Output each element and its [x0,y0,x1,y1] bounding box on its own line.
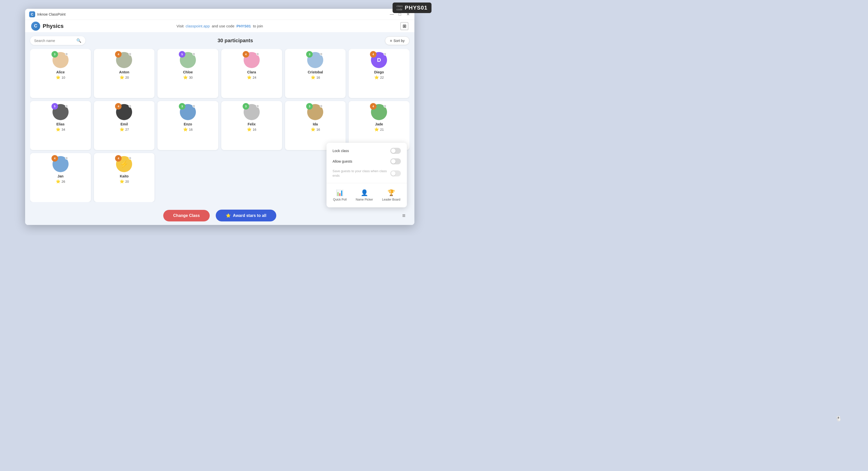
online-status [256,105,259,108]
star-icon: ⭐ [374,75,379,80]
participant-card[interactable]: 4 Emil ⭐ 27 [94,101,155,150]
visit-text: Visit [177,24,184,28]
toolbar: 🔍 30 participants ≡ Sort by [30,36,409,45]
name-picker-action[interactable]: 👤 Name Picker [352,187,376,203]
online-status [256,53,259,56]
star-count: 16 [316,76,320,80]
star-icon: ⭐ [183,127,188,132]
star-icon: ⭐ [120,75,124,80]
quick-poll-icon: 📊 [336,189,344,196]
participant-card[interactable]: 3 Alice ⭐ 10 [30,49,91,98]
avatar-wrap: ⚡ 4 [116,156,132,172]
qr-button[interactable]: ⊞ [400,22,408,30]
avatar-wrap: 3 [53,52,68,68]
avatar-wrap: 3 [307,52,323,68]
avatar-wrap: 4 [371,104,387,120]
online-status [65,156,68,159]
card-name: Alice [56,70,65,74]
card-stars: ⭐ 24 [247,75,256,80]
search-box[interactable]: 🔍 [30,36,85,45]
card-stars: ⭐ 16 [311,75,320,80]
avatar-wrap: 4 [116,52,132,68]
participant-card[interactable]: 3 Enzo ⭐ 16 [157,101,218,150]
class-icon: C [31,22,40,31]
classpoint-url[interactable]: classpoint.app [186,24,210,28]
save-guests-toggle [390,170,401,176]
sort-lines-icon: ≡ [390,39,392,43]
participant-card[interactable]: 3 Cristobal ⭐ 16 [285,49,346,98]
star-icon: ⭐ [311,75,315,80]
menu-button[interactable]: ≡ [399,211,408,220]
card-name: Chloe [183,70,193,74]
participants-count: 30 participants [217,38,253,43]
rank-badge: 3 [243,103,249,110]
star-count: 16 [253,128,256,131]
star-count: 24 [253,76,256,80]
join-text: to join [253,24,263,28]
avatar-wrap: 4 [53,156,68,172]
card-stars: ⭐ 26 [56,179,65,184]
participant-card[interactable]: 4 Anton ⭐ 20 [94,49,155,98]
header-left: C Physics [31,22,64,31]
sort-button[interactable]: ≡ Sort by [385,36,409,45]
participant-card[interactable]: 5 Chloe ⭐ 30 [157,49,218,98]
star-icon: ⭐ [247,127,252,132]
allow-guests-row: Allow guests [333,158,401,165]
card-stars: ⭐ 16 [311,127,320,132]
avatar-wrap: 5 [180,52,196,68]
online-status [320,105,323,108]
settings-popup: Lock class Allow guests Save guests to y… [327,143,407,207]
header: C Physics Visit classpoint.app and use c… [25,20,414,32]
participant-card[interactable]: D 4 Diego ⭐ 22 [349,49,409,98]
star-icon: ⭐ [56,179,61,184]
titlebar-left: C Inknoe ClassPoint [29,11,66,17]
search-input[interactable] [34,39,74,43]
titlebar: C Inknoe ClassPoint — □ ✕ [25,9,414,20]
allow-guests-toggle[interactable] [390,158,401,165]
online-status [129,105,132,108]
leader-board-action[interactable]: 🏆 Leader Board [379,187,403,203]
lock-class-toggle[interactable] [390,148,401,154]
card-name: Kaito [120,174,129,178]
change-class-button[interactable]: Change Class [163,210,210,222]
card-name: Elias [56,122,65,126]
participant-card[interactable]: ⚡ 4 Kaito ⭐ 20 [94,153,155,202]
class-name: Physics [43,23,64,29]
sort-label: Sort by [394,39,405,43]
participant-card[interactable]: 4 Jan ⭐ 26 [30,153,91,202]
search-icon: 🔍 [76,38,82,43]
award-stars-button[interactable]: ⭐ Award stars to all [216,210,276,222]
header-center: Visit classpoint.app and use code PHYS01… [177,24,263,28]
rank-badge: 3 [179,103,185,110]
star-count: 22 [380,76,383,80]
online-status [320,53,323,56]
star-count: 26 [62,180,65,183]
card-name: Emil [121,122,128,126]
card-name: Jade [375,122,383,126]
star-icon-award: ⭐ [226,213,231,218]
rank-badge: 4 [370,51,376,58]
participant-card[interactable]: 5 Elias ⭐ 34 [30,101,91,150]
star-icon: ⭐ [374,127,379,132]
avatar-wrap: 3 [307,104,323,120]
online-status [65,105,68,108]
card-stars: ⭐ 34 [56,127,65,132]
star-count: 34 [62,128,65,131]
star-icon: ⭐ [120,179,124,184]
star-icon: ⭐ [120,127,124,132]
name-picker-label: Name Picker [355,198,373,201]
class-code-inline: PHYS01 [236,24,251,28]
card-stars: ⭐ 20 [120,179,129,184]
card-stars: ⭐ 10 [56,75,65,80]
online-status [192,105,195,108]
card-stars: ⭐ 16 [183,127,192,132]
participant-card[interactable]: 4 Clara ⭐ 24 [221,49,282,98]
award-stars-label: Award stars to all [233,213,266,218]
card-name: Enzo [184,122,192,126]
allow-guests-label: Allow guests [333,159,352,164]
card-name: Jan [58,174,64,178]
participant-card[interactable]: 3 Felix ⭐ 16 [221,101,282,150]
rank-badge: 4 [52,155,58,161]
quick-poll-action[interactable]: 📊 Quick Poll [330,187,350,203]
avatar-wrap: 3 [244,104,260,120]
